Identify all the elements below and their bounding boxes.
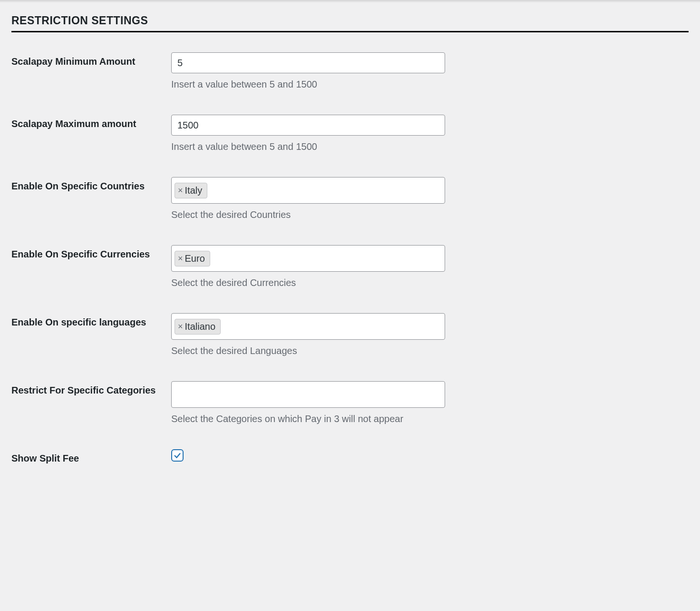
currency-tag[interactable]: × Euro (175, 251, 210, 266)
form-table: Scalapay Minimum Amount Insert a value b… (11, 37, 689, 474)
settings-form: RESTRICTION SETTINGS Scalapay Minimum Am… (0, 3, 700, 503)
check-icon (173, 451, 182, 460)
tag-label: Italiano (185, 321, 216, 332)
close-icon[interactable]: × (178, 186, 183, 195)
country-tag[interactable]: × Italy (175, 183, 207, 198)
min-amount-input[interactable] (171, 52, 445, 73)
max-amount-description: Insert a value between 5 and 1500 (171, 141, 684, 152)
label-split-fee: Show Split Fee (11, 434, 171, 474)
close-icon[interactable]: × (178, 254, 183, 263)
label-categories: Restrict For Specific Categories (11, 366, 171, 434)
row-languages: Enable On specific languages × Italiano … (11, 298, 689, 366)
row-countries: Enable On Specific Countries × Italy Sel… (11, 162, 689, 230)
currencies-select[interactable]: × Euro (171, 245, 445, 272)
tag-label: Italy (185, 185, 203, 196)
min-amount-description: Insert a value between 5 and 1500 (171, 79, 684, 90)
row-min-amount: Scalapay Minimum Amount Insert a value b… (11, 37, 689, 99)
label-min-amount: Scalapay Minimum Amount (11, 37, 171, 99)
categories-select[interactable] (171, 381, 445, 408)
tag-label: Euro (185, 253, 205, 264)
categories-description: Select the Categories on which Pay in 3 … (171, 414, 684, 424)
languages-select[interactable]: × Italiano (171, 313, 445, 340)
row-categories: Restrict For Specific Categories Select … (11, 366, 689, 434)
label-max-amount: Scalapay Maximum amount (11, 99, 171, 162)
countries-select[interactable]: × Italy (171, 177, 445, 204)
label-languages: Enable On specific languages (11, 298, 171, 366)
split-fee-checkbox[interactable] (171, 449, 184, 462)
languages-description: Select the desired Languages (171, 345, 684, 356)
countries-description: Select the desired Countries (171, 209, 684, 220)
close-icon[interactable]: × (178, 322, 183, 331)
currencies-description: Select the desired Currencies (171, 277, 684, 288)
row-max-amount: Scalapay Maximum amount Insert a value b… (11, 99, 689, 162)
section-heading: RESTRICTION SETTINGS (11, 14, 689, 32)
label-currencies: Enable On Specific Currencies (11, 230, 171, 298)
max-amount-input[interactable] (171, 115, 445, 136)
language-tag[interactable]: × Italiano (175, 319, 221, 335)
row-split-fee: Show Split Fee (11, 434, 689, 474)
label-countries: Enable On Specific Countries (11, 162, 171, 230)
row-currencies: Enable On Specific Currencies × Euro Sel… (11, 230, 689, 298)
